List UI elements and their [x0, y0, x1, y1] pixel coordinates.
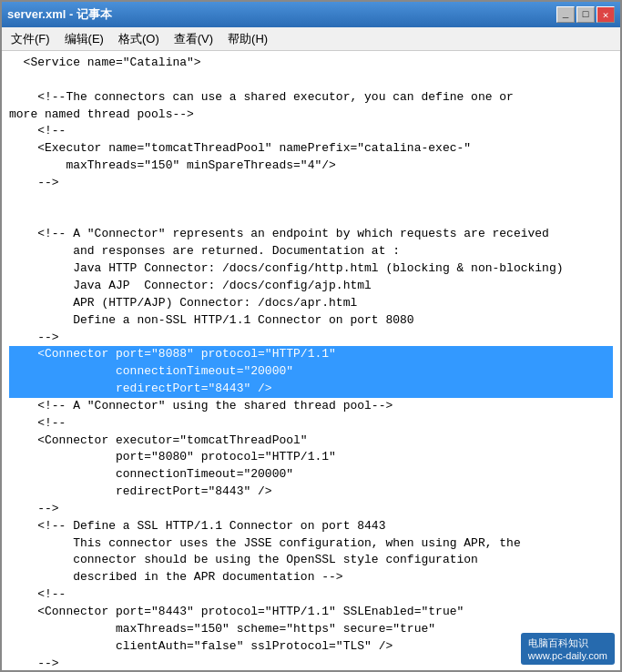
highlighted-code-line: redirectPort="8443" />	[9, 381, 613, 398]
highlighted-code-line: <Connector port="8088" protocol="HTTP/1.…	[9, 346, 613, 363]
editor-content[interactable]: <Service name="Catalina"> <!--The connec…	[2, 51, 620, 670]
maximize-button[interactable]: □	[576, 6, 595, 23]
title-bar-buttons: _ □ ✕	[556, 6, 615, 23]
minimize-button[interactable]: _	[556, 6, 575, 23]
close-button[interactable]: ✕	[597, 6, 615, 23]
menu-edit[interactable]: 编辑(E)	[57, 28, 111, 50]
editor-container: <Service name="Catalina"> <!--The connec…	[2, 51, 620, 670]
menu-bar: 文件(F) 编辑(E) 格式(O) 查看(V) 帮助(H)	[2, 27, 620, 51]
code-content: <Service name="Catalina"> <!--The connec…	[2, 55, 620, 670]
menu-view[interactable]: 查看(V)	[167, 28, 220, 50]
menu-file[interactable]: 文件(F)	[4, 28, 57, 50]
title-bar: server.xml - 记事本 _ □ ✕	[2, 2, 620, 27]
menu-format[interactable]: 格式(O)	[111, 28, 167, 50]
highlighted-code-line: connectionTimeout="20000"	[9, 363, 613, 381]
window: server.xml - 记事本 _ □ ✕ 文件(F) 编辑(E) 格式(O)…	[0, 0, 622, 672]
menu-help[interactable]: 帮助(H)	[220, 28, 275, 50]
window-title: server.xml - 记事本	[7, 6, 112, 23]
